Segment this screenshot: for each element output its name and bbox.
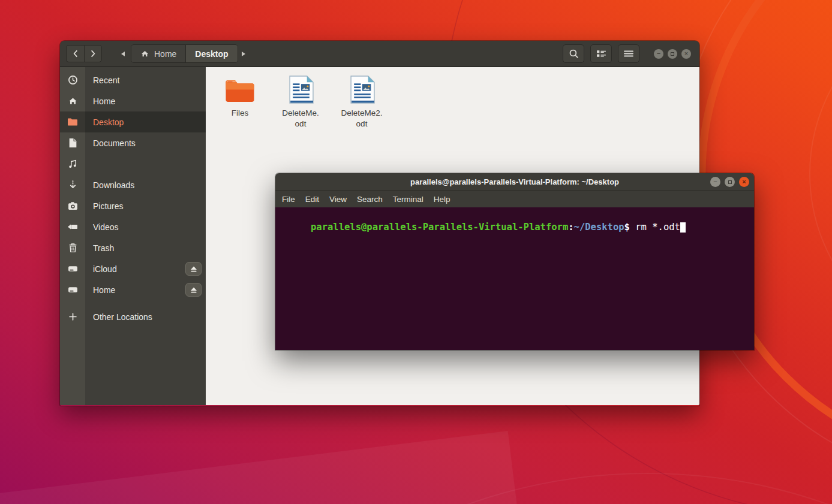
eject-icon — [190, 286, 198, 294]
breadcrumb-current[interactable]: Desktop — [185, 45, 237, 62]
menu-search[interactable]: Search — [357, 195, 383, 204]
prompt-path: ~/Desktop — [574, 222, 624, 233]
file-name-line2: odt — [269, 119, 332, 129]
pathbar: Home Desktop — [131, 44, 238, 63]
view-toggle-button[interactable] — [590, 44, 612, 63]
sidebar-label: iCloud — [93, 264, 117, 274]
history-nav-group — [66, 45, 102, 62]
sidebar-item-pictures[interactable]: Pictures — [60, 195, 206, 216]
close-icon: × — [742, 179, 746, 185]
maximize-icon — [671, 52, 674, 56]
terminal-menu-bar: File Edit View Search Terminal Help — [275, 191, 754, 207]
sidebar-label: Pictures — [93, 201, 124, 211]
sidebar-item-trash[interactable]: Trash — [60, 237, 206, 258]
eject-icon — [190, 265, 198, 273]
menu-file[interactable]: File — [282, 195, 295, 204]
sidebar-label: Other Locations — [93, 312, 152, 322]
menu-button[interactable] — [618, 44, 639, 63]
sidebar-item-desktop[interactable]: Desktop — [60, 111, 206, 132]
odt-document-icon — [349, 76, 375, 104]
maximize-button[interactable] — [725, 177, 735, 187]
maximize-button[interactable] — [668, 49, 677, 59]
file-item-deleteme2-odt[interactable]: DeleteMe2. odt — [331, 75, 393, 129]
files-header-bar[interactable]: Home Desktop − × — [60, 41, 699, 67]
breadcrumb-current-label: Desktop — [195, 49, 228, 59]
drive-icon — [68, 286, 78, 294]
file-item-files-folder[interactable]: Files — [209, 75, 271, 119]
document-icon — [68, 138, 77, 148]
plus-icon — [68, 312, 77, 321]
file-item-deleteme-odt[interactable]: DeleteMe. odt — [269, 75, 332, 129]
menu-help[interactable]: Help — [434, 195, 450, 204]
music-icon — [68, 159, 78, 169]
file-name: DeleteMe. — [269, 108, 332, 119]
breadcrumb-home-label: Home — [154, 49, 176, 59]
forward-button[interactable] — [84, 45, 102, 62]
odt-document-icon — [288, 76, 314, 104]
search-icon — [569, 49, 579, 59]
terminal-window-title: parallels@parallels-Parallels-Virtual-Pl… — [410, 177, 619, 186]
sidebar-item-videos[interactable]: Videos — [60, 216, 206, 237]
minimize-icon: − — [713, 179, 717, 185]
sidebar-item-downloads[interactable]: Downloads — [60, 174, 206, 195]
terminal-prompt-line: parallels@parallels-Parallels-Virtual-Pl… — [277, 211, 753, 243]
back-button[interactable] — [66, 45, 84, 62]
maximize-icon — [728, 180, 732, 184]
menu-edit[interactable]: Edit — [305, 195, 319, 204]
list-view-icon — [596, 49, 606, 58]
eject-button[interactable] — [185, 262, 202, 276]
terminal-window: parallels@parallels-Parallels-Virtual-Pl… — [275, 173, 754, 350]
sidebar-item-home[interactable]: Home — [60, 90, 206, 111]
sidebar-label: Videos — [93, 222, 119, 232]
sidebar-item-home-drive[interactable]: Home — [60, 279, 206, 300]
trash-icon — [68, 243, 77, 253]
terminal-title-bar[interactable]: parallels@parallels-Parallels-Virtual-Pl… — [275, 173, 754, 191]
sidebar-label: Trash — [93, 243, 114, 253]
sidebar-item-documents[interactable]: Documents — [60, 132, 206, 153]
prompt-separator: : — [568, 222, 573, 233]
video-camera-icon — [67, 223, 78, 231]
sidebar-item-icloud[interactable]: iCloud — [60, 258, 206, 279]
sidebar-item-music[interactable] — [60, 153, 206, 174]
search-button[interactable] — [563, 44, 584, 63]
drive-icon — [68, 265, 78, 273]
sidebar-label: Desktop — [93, 117, 124, 127]
header-actions: − × — [563, 44, 691, 63]
terminal-output-area[interactable]: parallels@parallels-Parallels-Virtual-Pl… — [275, 207, 754, 350]
sidebar-item-other-locations[interactable]: Other Locations — [60, 306, 206, 327]
minimize-button[interactable]: − — [654, 49, 663, 59]
terminal-cursor — [680, 222, 686, 233]
triangle-left-icon — [121, 51, 125, 57]
sidebar-label: Home — [93, 96, 115, 106]
chevron-right-icon — [90, 50, 97, 58]
eject-button[interactable] — [185, 283, 202, 297]
terminal-window-controls: − × — [710, 177, 749, 187]
folder-icon — [67, 117, 78, 126]
downloads-icon — [68, 180, 78, 190]
sidebar-item-recent[interactable]: Recent — [60, 70, 206, 90]
sidebar-label: Documents — [93, 138, 136, 148]
recent-clock-icon — [68, 75, 78, 85]
file-name: Files — [209, 108, 271, 119]
close-button[interactable]: × — [739, 177, 749, 187]
sidebar: Recent Home Desktop Documents Downloads — [60, 67, 206, 405]
file-name-line2: odt — [331, 119, 393, 129]
triangle-right-icon — [241, 51, 246, 57]
home-icon — [140, 49, 149, 58]
pathbar-scroll-right-button[interactable] — [238, 45, 249, 62]
menu-view[interactable]: View — [329, 195, 347, 204]
minimize-button[interactable]: − — [710, 177, 720, 187]
chevron-left-icon — [72, 50, 79, 58]
breadcrumb-home[interactable]: Home — [131, 45, 185, 62]
minimize-icon: − — [657, 50, 660, 57]
prompt-user-host: parallels@parallels-Parallels-Virtual-Pl… — [311, 222, 568, 233]
folder-icon — [223, 78, 257, 104]
menu-terminal[interactable]: Terminal — [393, 195, 423, 204]
close-button[interactable]: × — [681, 49, 691, 59]
typed-command: rm *.odt — [635, 222, 680, 233]
pathbar-scroll-left-button[interactable] — [118, 45, 128, 62]
hamburger-icon — [624, 50, 633, 58]
files-window-controls: − × — [654, 49, 691, 59]
file-name: DeleteMe2. — [331, 108, 393, 119]
home-icon — [68, 96, 78, 106]
